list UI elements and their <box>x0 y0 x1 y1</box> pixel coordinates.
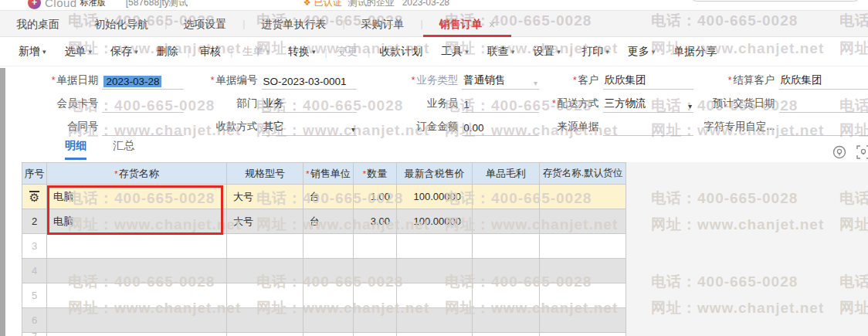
col-header-default-location[interactable]: 存货名称.默认货位 <box>540 163 626 185</box>
tab-sales-order-active[interactable]: 销售订单 × <box>423 11 511 37</box>
generate-doc-button: 生单▾ <box>232 45 279 59</box>
logo-edition: 标准版 <box>80 0 106 8</box>
field-label-payment-method: 收款方式 <box>184 120 258 136</box>
tab-purchase-order[interactable]: 采购订单 <box>345 11 421 37</box>
print-button[interactable]: 打印▾ <box>572 45 619 59</box>
deposit-amount-input[interactable]: 0.00 <box>462 119 539 136</box>
delete-button[interactable]: 删除 <box>147 45 188 59</box>
settle-customer-input[interactable]: 欣欣集团 <box>779 73 868 90</box>
certified-label[interactable]: 已认证 <box>314 0 342 9</box>
custom-field-input[interactable] <box>779 119 868 136</box>
col-header-inventory-name[interactable]: *存货名称 <box>47 163 227 185</box>
cell-default-location[interactable] <box>540 209 626 234</box>
customer-input[interactable]: 欣欣集团 <box>603 73 693 90</box>
col-header-spec-model[interactable]: 规格型号 <box>227 163 303 185</box>
chevron-down-icon: ▾ <box>266 48 270 56</box>
table-row-empty[interactable]: 6 <box>22 308 626 333</box>
settings-button[interactable]: 设置▾ <box>524 45 570 59</box>
global-search-input[interactable] <box>689 0 862 2</box>
field-label-source-doc: 来源单据 <box>539 120 599 136</box>
cell-latest-price[interactable]: 100.00000 <box>397 185 473 209</box>
cell-latest-price[interactable]: 100.00000 <box>397 209 473 234</box>
table-row[interactable]: ⚙ 电脑 大号 台 1.00 100.00000 <box>22 185 626 209</box>
account-name[interactable]: [587688]ty测试 <box>126 0 188 9</box>
chevron-down-icon: ▾ <box>89 48 93 56</box>
doc-number-input[interactable]: SO-2023-03-0001 <box>262 73 357 90</box>
chevron-down-icon: ▾ <box>465 48 469 56</box>
cell-quantity[interactable]: 1.00 <box>354 185 397 209</box>
table-row-empty[interactable]: 7 <box>22 333 626 336</box>
source-doc-input[interactable] <box>603 119 693 136</box>
scan-lightbulb-icon[interactable] <box>856 145 868 159</box>
share-doc-button[interactable]: 单据分享 <box>664 45 726 59</box>
convert-button[interactable]: 转换▾ <box>279 45 325 59</box>
salesperson-input[interactable]: 1 <box>462 96 539 113</box>
close-icon[interactable]: × <box>489 19 495 31</box>
payment-plan-button[interactable]: 收款计划 <box>370 45 432 59</box>
link-query-button[interactable]: 联查▾ <box>478 45 524 59</box>
col-header-quantity[interactable]: *数量 <box>354 163 397 185</box>
change-button: 变更 <box>327 45 368 59</box>
doc-date-input[interactable]: 2023-03-28 <box>102 73 184 90</box>
delivery-method-select[interactable]: 三方物流▾ <box>603 96 693 113</box>
member-card-input[interactable] <box>102 96 184 113</box>
row-settings-gear-icon[interactable]: ⚙ <box>29 191 39 203</box>
col-header-latest-price[interactable]: 最新含税售价 <box>397 163 473 185</box>
col-header-sales-unit[interactable]: *销售单位 <box>303 163 354 185</box>
more-button[interactable]: 更多▾ <box>619 45 665 59</box>
field-label-customer: *客户 <box>539 73 599 90</box>
cell-row-number: 3 <box>22 234 47 259</box>
detail-side-area <box>626 162 868 336</box>
order-header-form: *单据日期 2023-03-28 *单据编号 SO-2023-03-0001 *… <box>0 66 868 137</box>
col-header-seq[interactable]: 序号 <box>22 163 47 185</box>
chevron-down-icon: ▾ <box>534 79 537 87</box>
cell-spec-model[interactable]: 大号 <box>227 209 303 234</box>
detail-grid: 序号 *存货名称 规格型号 *销售单位 *数量 最新含税售价 单品毛利 存货名称… <box>22 162 626 336</box>
field-label-settle-customer: *结算客户 <box>693 73 775 90</box>
pick-order-button[interactable]: 选单▾ <box>56 45 102 59</box>
cell-sales-unit[interactable]: 台 <box>303 209 354 234</box>
cell-unit-profit[interactable] <box>473 185 540 209</box>
login-date: 2023-03-28 <box>402 0 449 8</box>
contract-no-input[interactable] <box>102 119 184 136</box>
chevron-down-icon: ▾ <box>557 48 561 56</box>
tab-option-settings[interactable]: 选项设置 <box>167 11 242 37</box>
cell-row-number: 7 <box>22 333 47 336</box>
chevron-down-icon: ▾ <box>605 48 609 56</box>
payment-method-select[interactable]: 其它▾ <box>262 119 357 136</box>
cell-inventory-name[interactable]: 电脑 <box>47 185 227 209</box>
audit-button[interactable]: 审核 <box>190 45 230 59</box>
app-window: + Cloud 标准版 [587688]ty测试 ❖ 已认证 测试的企业 202… <box>0 0 868 336</box>
save-button[interactable]: 保存▾ <box>101 45 147 59</box>
cell-inventory-name[interactable]: 电脑 <box>47 209 227 234</box>
table-row-empty[interactable]: 4 <box>22 259 626 283</box>
chevron-down-icon: ▾ <box>312 48 316 56</box>
company-name: 测试的企业 <box>348 0 395 9</box>
detail-tab-bar: 明细 汇总 <box>65 139 134 160</box>
chevron-down-icon: ▾ <box>652 48 656 56</box>
new-button[interactable]: 新增▾ <box>9 45 56 59</box>
cell-sales-unit[interactable]: 台 <box>303 185 354 209</box>
tab-my-desktop[interactable]: 我的桌面 <box>0 11 76 37</box>
department-input[interactable]: 业务 <box>262 96 357 113</box>
tab-detail[interactable]: 明细 <box>65 139 86 160</box>
table-row-empty[interactable]: 3 <box>22 234 626 259</box>
cell-spec-model[interactable]: 大号 <box>227 185 303 209</box>
cell-row-number: 5 <box>22 283 47 308</box>
expected-date-input[interactable] <box>779 96 868 113</box>
tab-sales-order-label: 销售订单 <box>439 18 483 32</box>
table-row-empty[interactable]: 5 <box>22 283 626 308</box>
field-label-business-type: *业务类型 <box>357 73 458 90</box>
cell-unit-profit[interactable] <box>473 209 540 234</box>
tools-button[interactable]: 工具▾ <box>432 45 478 59</box>
logo-cloud-text: Cloud <box>45 0 77 9</box>
col-header-unit-profit[interactable]: 单品毛利 <box>473 163 540 185</box>
tab-init-nav[interactable]: 初始化导航 <box>78 11 164 37</box>
cell-quantity[interactable]: 3.00 <box>354 209 397 234</box>
grid-header-row: 序号 *存货名称 规格型号 *销售单位 *数量 最新含税售价 单品毛利 存货名称… <box>22 163 626 185</box>
tab-purchase-exec-report[interactable]: 进货单执行表 <box>245 11 342 37</box>
lightbulb-icon[interactable] <box>832 145 846 159</box>
table-row[interactable]: 2 电脑 大号 台 3.00 100.00000 <box>22 209 626 234</box>
cell-default-location[interactable] <box>540 185 626 209</box>
tab-summary[interactable]: 汇总 <box>113 139 134 160</box>
